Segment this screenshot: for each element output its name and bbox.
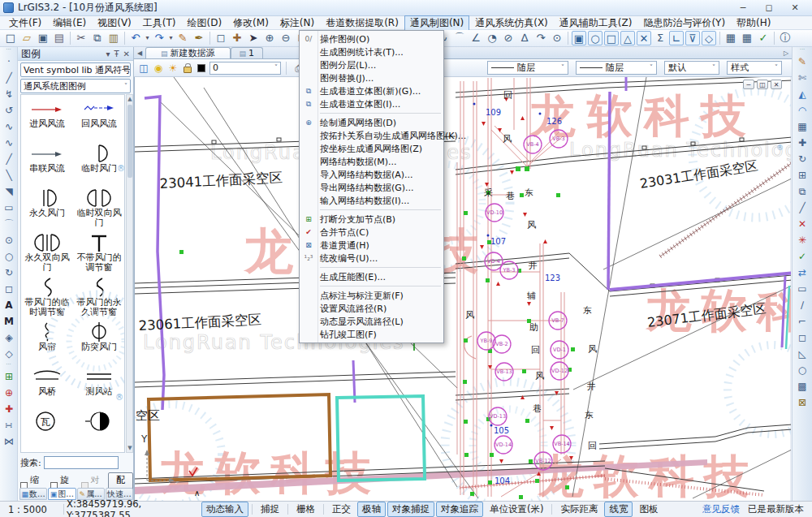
distribute-icon[interactable]: ∺	[0, 417, 18, 433]
menu-tools[interactable]: 工具(T)	[137, 15, 182, 31]
grid-a-icon[interactable]: ▦	[723, 31, 739, 45]
symbol-list-scrollbar[interactable]: ▲ ▼	[126, 94, 133, 453]
menu-item-tunnel-connect[interactable]: ⊠ 巷道贯通(H)	[300, 239, 443, 252]
panel-menu-icon[interactable]: ▾	[106, 50, 110, 58]
menu-item-point-annotation-update[interactable]: 点标注与标注更新(F)	[300, 289, 443, 302]
menu-item-import-network-data[interactable]: 导入网络结构数据(A)...	[300, 168, 443, 181]
scale-icon[interactable]: ⊞	[793, 167, 812, 183]
legend-symbol-temp-regulator-door[interactable]: 带风门的临时调节窗	[21, 274, 73, 318]
menu-item-input-network-data[interactable]: 输入网络结构数据(I)...	[300, 194, 443, 207]
add-node-icon[interactable]: ⊞	[0, 368, 18, 385]
legend-symbol-perm-regulator-door[interactable]: 带风门的永久调节窗	[73, 274, 125, 318]
point-tool-icon[interactable]: ·	[0, 54, 18, 70]
symbol-list[interactable]: ® ® 进风风流 回风风流 串联	[20, 94, 125, 453]
maximize-button[interactable]: ◻	[762, 2, 776, 13]
move-icon[interactable]: ✚	[793, 135, 812, 151]
tab-new-datasource[interactable]: ▤ 新建数据源	[145, 47, 231, 58]
center-point-icon[interactable]: ⊙	[549, 31, 565, 45]
menu-item-borehole-completion-drawing[interactable]: 钻孔竣工图(F)	[300, 328, 443, 341]
layer-freeze-sun-icon[interactable]: ☀	[166, 62, 180, 74]
arc-tool-icon[interactable]: ⌒	[451, 31, 468, 45]
legend-symbol-intake-airflow[interactable]: 进风风流	[21, 95, 73, 140]
text-tool-icon[interactable]: A	[0, 297, 18, 313]
legend-symbol-air-curtain[interactable]: 风帘	[21, 318, 73, 363]
menu-item-generate-by-coordinates[interactable]: 按坐标生成通风网络图(Z)	[300, 142, 443, 155]
menu-item-legend-layering[interactable]: 图例分层(L)...	[300, 58, 443, 71]
current-layer-select[interactable]: 0 ˅	[209, 62, 281, 75]
legend-symbol-perm-bidirectional-airdoor[interactable]: 永久双向风门	[21, 229, 73, 274]
toolbar-grip[interactable]: ···	[0, 47, 17, 54]
format-painter-icon[interactable]: ✎	[175, 31, 191, 45]
triangle-tool-icon[interactable]: ∆	[516, 31, 533, 45]
snap-square-toggle[interactable]: □	[604, 31, 619, 45]
menu-file[interactable]: 文件(F)	[3, 15, 47, 31]
undo-dropdown-icon[interactable]: ▾	[144, 31, 151, 45]
menu-modify[interactable]: 修改(M)	[227, 15, 274, 31]
info-icon[interactable]: ⓘ	[777, 31, 793, 45]
menu-hazard-prevention[interactable]: 隐患防治与评价(Y)	[637, 15, 731, 31]
redo-icon[interactable]: ↷	[151, 31, 167, 45]
menu-edit[interactable]: 编辑(E)	[47, 15, 92, 31]
menu-item-generate-pressure-diagram[interactable]: 生成压能图(E)...	[300, 270, 443, 283]
line-tool-icon[interactable]: ╱	[0, 70, 18, 86]
array-icon[interactable]: ▦	[793, 118, 812, 135]
zoom-out-icon[interactable]: ⊖	[278, 31, 294, 45]
menu-item-3d-tunnel[interactable]: ⧉ 生成巷道立体图(I)...	[300, 97, 443, 110]
circle-center-icon[interactable]: ⊙	[0, 232, 18, 248]
print-icon[interactable]: ▤	[51, 31, 67, 45]
scroll-down-icon[interactable]: ▼	[127, 445, 133, 451]
toggle-drawing-board[interactable]: 图板	[634, 502, 663, 517]
pan-icon[interactable]: ✚	[229, 31, 245, 45]
copy-object-icon[interactable]: ⧉	[793, 183, 812, 200]
menu-item-operate-legend[interactable]: 0/ 操作图例(O)	[300, 32, 443, 45]
tab-scroll-left-icon[interactable]: ◀	[134, 50, 145, 58]
brush-icon[interactable]: ✎	[793, 54, 812, 70]
menu-item-set-airflow-path[interactable]: 设置风流路径(R)	[300, 302, 443, 315]
menu-tunnel-data-extract[interactable]: 巷道数据提取(R)	[320, 15, 404, 31]
corner-icon[interactable]: ⌐	[793, 313, 812, 330]
legend-symbol-half-circle-station[interactable]	[73, 407, 125, 452]
toggle-actual-distance[interactable]: 实际距离	[555, 502, 603, 517]
grid-b-icon[interactable]: ▦	[739, 31, 755, 45]
zoom-in-icon[interactable]: ⊕	[261, 31, 278, 45]
minimize-button[interactable]: ─	[736, 2, 750, 13]
chamfer-icon[interactable]: ◺	[793, 346, 812, 362]
toggle-object-snap[interactable]: 对象捕捉	[387, 502, 434, 517]
arc-draw-icon[interactable]: ⌒	[0, 216, 18, 232]
tab-document-2[interactable]: ▤ 1	[231, 47, 264, 58]
panel-close-icon[interactable]: ✕	[123, 50, 130, 58]
toggle-polar[interactable]: 极轴	[357, 502, 386, 517]
layer-color-swatch[interactable]	[197, 64, 205, 72]
hatch-fill-icon[interactable]: ▩	[793, 378, 812, 394]
toolbar-grip2[interactable]: ···	[0, 362, 17, 368]
reverse-icon[interactable]: ⇄	[793, 265, 812, 281]
menu-ventilation-aux-tools[interactable]: 通风辅助工具(Z)	[554, 15, 638, 31]
marquee-select-icon[interactable]: ◻	[213, 31, 229, 45]
break-icon[interactable]: ✕	[793, 216, 812, 232]
legend-symbol-temp-airdoor[interactable]: 临时风门	[73, 140, 125, 184]
export-icon[interactable]: ⊠	[793, 394, 812, 411]
snap-node-toggle[interactable]: ▣	[572, 31, 586, 45]
layer-lock-icon[interactable]	[184, 67, 192, 73]
legend-symbol-regulator-window[interactable]: 不带风门的调节窗	[73, 229, 125, 274]
symbol-category-select[interactable]: 通风系统图图例 ˅	[20, 79, 131, 93]
menu-item-dynamic-airflow-path[interactable]: 动态显示风流路径(L)	[300, 315, 443, 328]
check-icon[interactable]: ✓	[793, 248, 812, 265]
hatch-tool-icon[interactable]: ◈	[0, 330, 18, 346]
menu-item-legend-replace[interactable]: 图例替换(J)...	[300, 71, 443, 84]
legend-symbol-wind-measuring-station[interactable]: 测风站	[73, 363, 125, 407]
linetype-select-2[interactable]: 随层 ˅	[576, 61, 657, 75]
legend-symbol-perm-airdoor[interactable]: 永久风门	[21, 184, 73, 229]
scrollbar-thumb[interactable]	[127, 105, 132, 178]
legend-symbol-gas-check[interactable]: 瓦	[21, 407, 73, 452]
text-style-select[interactable]: 样式 ˅	[727, 61, 782, 75]
layer-on-bulb-icon[interactable]: ◉	[151, 62, 166, 74]
menu-help[interactable]: 帮助(H)	[731, 15, 776, 31]
close-button[interactable]: ✕	[788, 2, 802, 13]
menu-annotate[interactable]: 标注(N)	[274, 15, 320, 31]
toggle-ortho[interactable]: 正交	[327, 502, 356, 517]
feedback-link[interactable]: 意见反馈	[702, 503, 740, 515]
angle-measure-icon[interactable]: ∠	[468, 31, 484, 45]
revision-tool-icon[interactable]: ↺	[0, 102, 18, 118]
menu-item-auto-generate-by-topology[interactable]: 按拓扑关系自动生成通风网络图(K)...	[300, 129, 443, 142]
